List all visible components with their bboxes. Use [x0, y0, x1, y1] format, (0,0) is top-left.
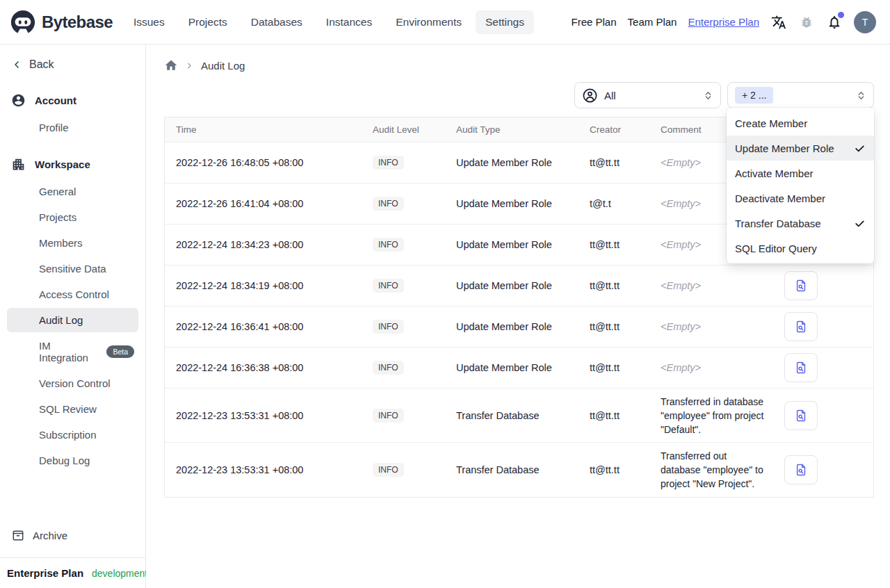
- doc-search-icon: [794, 361, 808, 375]
- audit-type-filter-select[interactable]: + 2 ...: [727, 82, 874, 108]
- cell-type: Update Member Role: [451, 307, 584, 348]
- cell-type: Update Member Role: [451, 266, 584, 307]
- menu-item-transfer-database[interactable]: Transfer Database: [727, 211, 874, 236]
- account-icon: [11, 93, 26, 108]
- nav-databases[interactable]: Databases: [241, 10, 312, 34]
- settings-sidebar: Back Account Profile Workspace General P…: [0, 44, 146, 588]
- info-badge: INFO: [373, 463, 404, 477]
- view-log-detail-button[interactable]: [784, 312, 818, 341]
- view-log-detail-button[interactable]: [784, 353, 818, 382]
- bug-icon[interactable]: [798, 14, 815, 31]
- beta-badge: Beta: [106, 345, 134, 358]
- sidebar-section-workspace: Workspace: [0, 150, 145, 179]
- info-badge: INFO: [373, 156, 404, 170]
- cell-creator: tt@tt.tt: [584, 266, 655, 307]
- back-label: Back: [29, 58, 54, 71]
- sidebar-item-sensitive-data[interactable]: Sensitive Data: [0, 256, 145, 281]
- cell-level: INFO: [367, 142, 451, 183]
- sidebar-item-projects[interactable]: Projects: [0, 205, 145, 229]
- menu-item-label: Update Member Role: [735, 142, 834, 154]
- sidebar-item-debug-log[interactable]: Debug Log: [0, 448, 145, 473]
- sidebar-item-members[interactable]: Members: [0, 231, 145, 255]
- cell-actions: [779, 389, 873, 443]
- column-header-creator: Creator: [584, 117, 655, 142]
- cell-level: INFO: [367, 443, 451, 497]
- environment-mode-label: development: [92, 568, 147, 579]
- person-circle-icon: [582, 88, 598, 104]
- sidebar-item-version-control[interactable]: Version Control: [0, 371, 145, 395]
- cell-time: 2022-12-24 18:34:23 +08:00: [165, 224, 367, 266]
- cell-actions: [779, 443, 873, 497]
- im-integration-label: IM Integration: [39, 340, 101, 364]
- workspace-icon: [11, 157, 26, 172]
- doc-search-icon: [794, 320, 808, 334]
- view-log-detail-button[interactable]: [784, 271, 818, 300]
- updown-chevrons-icon: [703, 90, 713, 101]
- table-row: 2022-12-23 13:53:31 +08:00 INFO Transfer…: [165, 389, 873, 443]
- translate-icon[interactable]: [770, 14, 787, 31]
- cell-time: 2022-12-24 18:34:19 +08:00: [165, 266, 367, 307]
- home-icon[interactable]: [164, 58, 178, 72]
- menu-item-create-member[interactable]: Create Member: [727, 111, 874, 136]
- nav-projects[interactable]: Projects: [179, 10, 237, 34]
- check-icon: [854, 142, 866, 154]
- view-log-detail-button[interactable]: [784, 455, 818, 484]
- cell-time: 2022-12-24 16:36:41 +08:00: [165, 307, 367, 348]
- nav-issues[interactable]: Issues: [124, 10, 175, 34]
- main-nav: Issues Projects Databases Instances Envi…: [124, 10, 534, 34]
- cell-creator: tt@tt.tt: [584, 307, 655, 348]
- team-plan-link[interactable]: Team Plan: [628, 16, 677, 28]
- cell-creator: tt@tt.tt: [584, 224, 655, 266]
- menu-item-update-member-role[interactable]: Update Member Role: [727, 136, 874, 161]
- nav-settings[interactable]: Settings: [476, 10, 534, 34]
- sidebar-item-audit-log[interactable]: Audit Log: [7, 308, 138, 332]
- sidebar-item-im-integration[interactable]: IM Integration Beta: [0, 334, 145, 370]
- doc-search-icon: [794, 463, 808, 477]
- back-button[interactable]: Back: [0, 44, 145, 76]
- view-log-detail-button[interactable]: [784, 401, 818, 430]
- cell-time: 2022-12-23 13:53:31 +08:00: [165, 389, 367, 443]
- free-plan-link[interactable]: Free Plan: [572, 16, 617, 28]
- notification-dot: [838, 12, 844, 18]
- cell-type: Transfer Database: [451, 389, 584, 443]
- cell-actions: [779, 307, 873, 348]
- archive-button[interactable]: Archive: [0, 520, 145, 550]
- bytebase-logo-icon: [10, 9, 36, 35]
- chevron-left-icon: [11, 59, 22, 70]
- cell-comment: Transferred in database "employee" from …: [655, 389, 779, 443]
- audit-type-filter-value: + 2 ...: [735, 87, 773, 104]
- menu-item-label: Activate Member: [735, 168, 814, 179]
- sidebar-item-general[interactable]: General: [0, 179, 145, 204]
- cell-creator: tt@tt.tt: [584, 348, 655, 389]
- bytebase-logo[interactable]: Bytebase: [10, 9, 113, 35]
- cell-type: Update Member Role: [451, 348, 584, 389]
- avatar[interactable]: T: [854, 11, 876, 33]
- cell-level: INFO: [367, 348, 451, 389]
- cell-creator: tt@tt.tt: [584, 389, 655, 443]
- cell-time: 2022-12-26 16:41:04 +08:00: [165, 183, 367, 224]
- sidebar-item-subscription[interactable]: Subscription: [0, 423, 145, 447]
- cell-type: Update Member Role: [451, 224, 584, 266]
- nav-environments[interactable]: Environments: [386, 10, 471, 34]
- cell-creator: t@t.t: [584, 183, 655, 224]
- menu-item-activate-member[interactable]: Activate Member: [727, 161, 874, 186]
- breadcrumb-current: Audit Log: [201, 60, 245, 72]
- nav-instances[interactable]: Instances: [316, 10, 382, 34]
- cell-time: 2022-12-23 13:53:31 +08:00: [165, 443, 367, 497]
- enterprise-plan-link[interactable]: Enterprise Plan: [688, 16, 759, 28]
- sidebar-item-profile[interactable]: Profile: [0, 115, 145, 140]
- sidebar-item-sql-review[interactable]: SQL Review: [0, 397, 145, 421]
- check-icon: [854, 218, 866, 229]
- menu-item-deactivate-member[interactable]: Deactivate Member: [727, 186, 874, 211]
- sidebar-item-access-control[interactable]: Access Control: [0, 282, 145, 307]
- cell-time: 2022-12-24 16:36:38 +08:00: [165, 348, 367, 389]
- section-title-workspace: Workspace: [35, 158, 90, 170]
- table-row: 2022-12-24 16:36:38 +08:00 INFO Update M…: [165, 348, 873, 389]
- menu-item-label: SQL Editor Query: [735, 243, 817, 254]
- archive-label: Archive: [33, 530, 67, 541]
- creator-filter-select[interactable]: All: [574, 82, 721, 108]
- menu-item-sql-editor-query[interactable]: SQL Editor Query: [727, 236, 874, 261]
- bell-icon[interactable]: [826, 14, 843, 31]
- archive-icon: [11, 528, 25, 542]
- doc-search-icon: [794, 409, 808, 423]
